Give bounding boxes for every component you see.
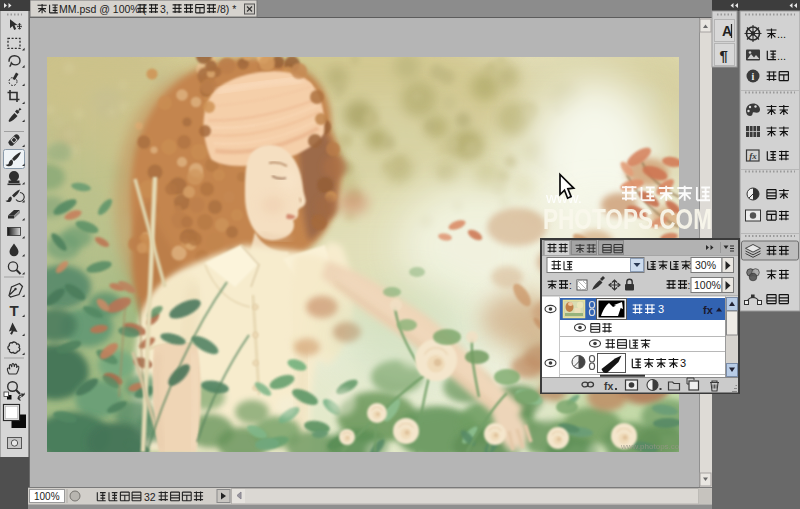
svg-text:PHOTOPS.COM: PHOTOPS.COM	[543, 203, 712, 235]
svg-text:i: i	[752, 71, 755, 82]
svg-text:MM.psd @ 100% (: MM.psd @ 100% (	[59, 3, 147, 15]
svg-text:...: ...	[777, 50, 786, 62]
svg-text::: :	[688, 280, 691, 291]
svg-text:¶: ¶	[720, 47, 728, 64]
svg-text::: :	[569, 280, 572, 291]
svg-text:/8) *: /8) *	[217, 3, 236, 15]
svg-text:3,: 3,	[160, 3, 169, 15]
svg-text:3: 3	[680, 357, 686, 369]
svg-text:32: 32	[144, 491, 156, 503]
svg-text:...: ...	[777, 28, 786, 40]
svg-text:30%: 30%	[695, 259, 716, 271]
svg-text:100%: 100%	[694, 279, 721, 291]
svg-text:100%: 100%	[34, 491, 60, 502]
svg-text:A: A	[722, 23, 732, 39]
svg-text:T: T	[9, 302, 18, 319]
svg-text:fx: fx	[604, 380, 613, 392]
svg-text:3: 3	[658, 303, 664, 315]
svg-text:fx: fx	[703, 304, 714, 316]
svg-text:fx: fx	[749, 151, 757, 161]
